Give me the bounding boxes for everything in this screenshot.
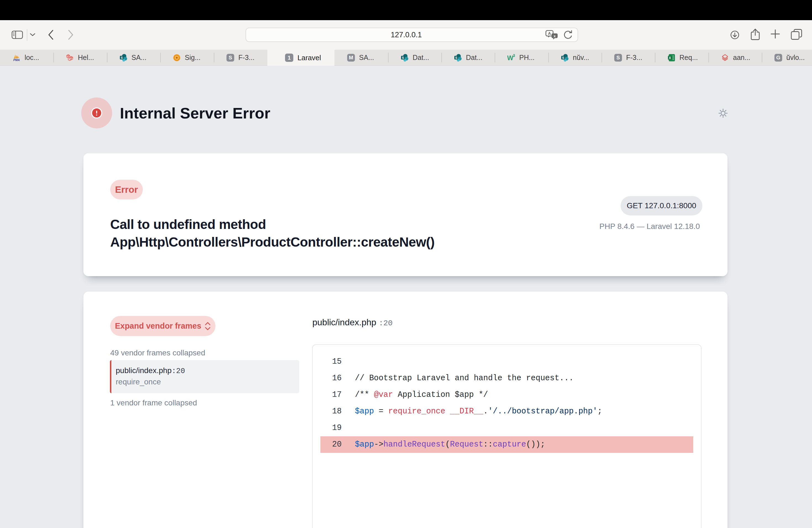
svg-text:S: S (121, 56, 122, 59)
svg-text:W: W (507, 54, 513, 62)
svg-text:A: A (548, 31, 551, 35)
svg-text:x: x (553, 34, 556, 38)
svg-text:X: X (669, 56, 671, 60)
svg-text:3: 3 (513, 54, 515, 58)
svg-text:PMA: PMA (13, 58, 19, 61)
svg-text:S: S (562, 56, 564, 59)
svg-text:S: S (402, 56, 404, 59)
svg-text:S: S (455, 56, 457, 59)
